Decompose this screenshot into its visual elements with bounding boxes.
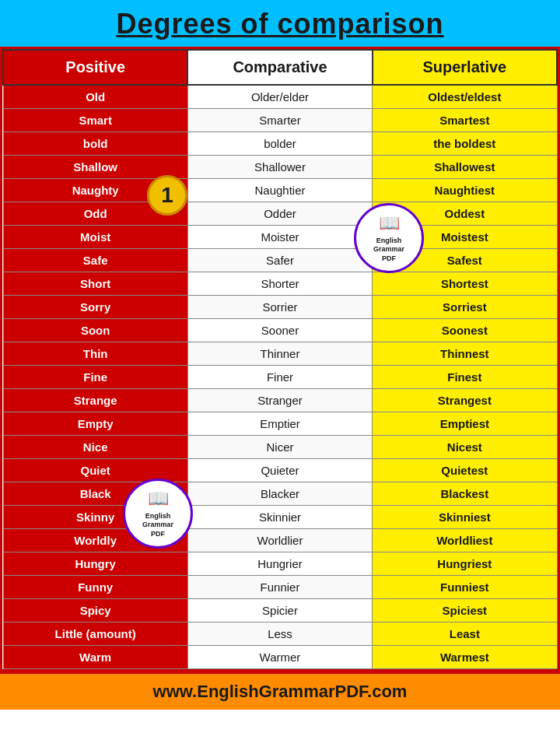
cell-r12-c2: Finest bbox=[373, 366, 557, 389]
table-row: MoistMoisterMoistest bbox=[3, 226, 557, 249]
cell-r3-c2: Shallowest bbox=[373, 156, 557, 179]
table-row: EmptyEmptierEmptiest bbox=[3, 412, 557, 436]
cell-r2-c1: bolder bbox=[187, 132, 372, 156]
table-row: ThinThinnerThinnest bbox=[3, 342, 557, 366]
cell-r1-c1: Smarter bbox=[187, 109, 372, 132]
cell-r4-c1: Naughtier bbox=[187, 179, 372, 202]
table-row: HungryHungrierHungriest bbox=[3, 552, 557, 576]
cell-r13-c1: Stranger bbox=[187, 389, 372, 412]
cell-r21-c1: Funnier bbox=[187, 576, 372, 599]
cell-r22-c2: Spiciest bbox=[373, 599, 557, 622]
cell-r10-c1: Sooner bbox=[187, 319, 372, 342]
cell-r16-c1: Quieter bbox=[187, 459, 372, 482]
cell-r17-c2: Blackest bbox=[373, 482, 557, 506]
cell-r6-c1: Moister bbox=[187, 226, 372, 249]
cell-r14-c1: Emptier bbox=[187, 412, 372, 436]
cell-r23-c0: Little (amount) bbox=[3, 622, 187, 646]
cell-r15-c2: Nicest bbox=[373, 436, 557, 459]
book-icon-2: 📖 bbox=[148, 488, 169, 510]
cell-r0-c2: Oldest/eldest bbox=[373, 85, 557, 109]
book-icon: 📖 bbox=[379, 212, 400, 235]
cell-r15-c0: Nice bbox=[3, 436, 187, 459]
grammar-badge-bottom-line3: PDF bbox=[151, 530, 165, 539]
comparison-table: Positive Comparative Superlative OldOlde… bbox=[2, 49, 558, 669]
page-title: Degrees of comparison bbox=[0, 8, 560, 40]
cell-r17-c1: Blacker bbox=[187, 482, 372, 506]
table-row: QuietQuieterQuietest bbox=[3, 459, 557, 482]
cell-r2-c0: bold bbox=[3, 132, 187, 156]
table-row: OldOlder/elderOldest/eldest bbox=[3, 85, 557, 109]
col-header-positive: Positive bbox=[3, 50, 187, 85]
cell-r8-c0: Short bbox=[3, 272, 187, 296]
table-row: NiceNicerNicest bbox=[3, 436, 557, 459]
cell-r9-c2: Sorriest bbox=[373, 296, 557, 319]
table-row: SoonSoonerSoonest bbox=[3, 319, 557, 342]
cell-r14-c2: Emptiest bbox=[373, 412, 557, 436]
grammar-badge-bottom-line1: English bbox=[145, 512, 171, 521]
cell-r20-c2: Hungriest bbox=[373, 552, 557, 576]
table-header-row: Positive Comparative Superlative bbox=[3, 50, 557, 85]
cell-r13-c0: Strange bbox=[3, 389, 187, 412]
col-header-comparative: Comparative bbox=[187, 50, 372, 85]
cell-r8-c2: Shortest bbox=[373, 272, 557, 296]
cell-r8-c1: Shorter bbox=[187, 272, 372, 296]
grammar-badge-bottom-line2: Grammar bbox=[142, 521, 173, 530]
cell-r6-c0: Moist bbox=[3, 226, 187, 249]
cell-r2-c2: the boldest bbox=[373, 132, 557, 156]
cell-r24-c1: Warmer bbox=[187, 646, 372, 669]
cell-r7-c1: Safer bbox=[187, 249, 372, 272]
cell-r1-c0: Smart bbox=[3, 109, 187, 132]
cell-r9-c0: Sorry bbox=[3, 296, 187, 319]
grammar-badge-top: 📖 English Grammar PDF bbox=[354, 203, 424, 273]
table-row: NaughtyNaughtierNaughtiest bbox=[3, 179, 557, 202]
table-row: SmartSmarterSmartest bbox=[3, 109, 557, 132]
table-row: SorrySorrierSorriest bbox=[3, 296, 557, 319]
footer: www.EnglishGrammarPDF.com bbox=[0, 672, 560, 710]
cell-r0-c1: Older/elder bbox=[187, 85, 372, 109]
cell-r11-c2: Thinnest bbox=[373, 342, 557, 366]
cell-r7-c0: Safe bbox=[3, 249, 187, 272]
cell-r22-c0: Spicy bbox=[3, 599, 187, 622]
cell-r9-c1: Sorrier bbox=[187, 296, 372, 319]
cell-r12-c1: Finer bbox=[187, 366, 372, 389]
cell-r14-c0: Empty bbox=[3, 412, 187, 436]
table-row: boldbolderthe boldest bbox=[3, 132, 557, 156]
table-row: SkinnySkinnierSkinniest bbox=[3, 506, 557, 529]
cell-r3-c1: Shallower bbox=[187, 156, 372, 179]
table-row: OddOdderOddest bbox=[3, 202, 557, 226]
cell-r11-c0: Thin bbox=[3, 342, 187, 366]
table-row: FunnyFunnierFunniest bbox=[3, 576, 557, 599]
cell-r19-c2: Worldliest bbox=[373, 529, 557, 552]
cell-r12-c0: Fine bbox=[3, 366, 187, 389]
header: Degrees of comparison bbox=[0, 0, 560, 47]
table-row: BlackBlackerBlackest bbox=[3, 482, 557, 506]
cell-r24-c2: Warmest bbox=[373, 646, 557, 669]
cell-r19-c1: Worldlier bbox=[187, 529, 372, 552]
grammar-badge-top-line2: Grammar bbox=[373, 245, 404, 254]
grammar-badge-bottom: 📖 English Grammar PDF bbox=[123, 479, 193, 549]
cell-r10-c2: Soonest bbox=[373, 319, 557, 342]
grammar-badge-top-line3: PDF bbox=[382, 254, 396, 264]
col-header-superlative: Superlative bbox=[373, 50, 557, 85]
cell-r3-c0: Shallow bbox=[3, 156, 187, 179]
table-row: Little (amount)LessLeast bbox=[3, 622, 557, 646]
cell-r15-c1: Nicer bbox=[187, 436, 372, 459]
table-row: SpicySpicierSpiciest bbox=[3, 599, 557, 622]
cell-r11-c1: Thinner bbox=[187, 342, 372, 366]
cell-r16-c2: Quietest bbox=[373, 459, 557, 482]
cell-r1-c2: Smartest bbox=[373, 109, 557, 132]
grammar-badge-top-line1: English bbox=[376, 237, 402, 246]
table-row: FineFinerFinest bbox=[3, 366, 557, 389]
cell-r23-c1: Less bbox=[187, 622, 372, 646]
table-row: WarmWarmerWarmest bbox=[3, 646, 557, 669]
cell-r21-c2: Funniest bbox=[373, 576, 557, 599]
cell-r22-c1: Spicier bbox=[187, 599, 372, 622]
cell-r24-c0: Warm bbox=[3, 646, 187, 669]
cell-r23-c2: Least bbox=[373, 622, 557, 646]
table-container: 1 📖 English Grammar PDF 📖 English Gramma… bbox=[0, 47, 560, 672]
cell-r10-c0: Soon bbox=[3, 319, 187, 342]
cell-r0-c0: Old bbox=[3, 85, 187, 109]
table-row: SafeSaferSafest bbox=[3, 249, 557, 272]
cell-r20-c1: Hungrier bbox=[187, 552, 372, 576]
cell-r5-c1: Odder bbox=[187, 202, 372, 226]
